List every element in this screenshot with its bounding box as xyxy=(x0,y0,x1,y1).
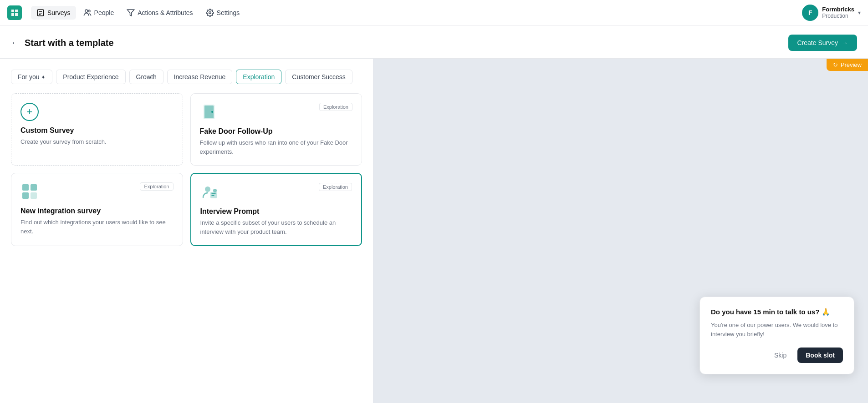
survey-popup: Do you have 15 min to talk to us? 🙏 You'… xyxy=(700,297,854,374)
create-survey-label: Create Survey xyxy=(797,39,838,46)
chevron-down-icon: ▾ xyxy=(858,10,861,16)
integration-title: New integration survey xyxy=(20,207,174,215)
nav-people-label: People xyxy=(94,9,114,16)
svg-rect-14 xyxy=(31,192,37,199)
page-header: ← Start with a template Create Survey → xyxy=(0,25,868,59)
content-area: For you ✦ Product Experience Growth Incr… xyxy=(0,59,373,403)
template-card-custom[interactable]: + Custom Survey Create your survey from … xyxy=(11,93,183,166)
category-tabs: For you ✦ Product Experience Growth Incr… xyxy=(11,70,362,84)
interview-title: Interview Prompt xyxy=(200,207,352,216)
svg-marker-6 xyxy=(128,10,134,16)
preview-label: Preview xyxy=(841,61,862,68)
tab-product-experience[interactable]: Product Experience xyxy=(56,70,125,84)
tab-customer-success[interactable]: Customer Success xyxy=(285,70,352,84)
nav-actions-label: Actions & Attributes xyxy=(138,9,193,16)
fake-door-desc: Follow up with users who ran into one of… xyxy=(200,138,353,156)
svg-rect-11 xyxy=(22,184,29,191)
template-card-integration[interactable]: Exploration New integration survey Find … xyxy=(11,173,183,246)
fake-door-header: Exploration xyxy=(200,103,353,123)
refresh-icon: ↻ xyxy=(833,61,838,68)
custom-survey-title: Custom Survey xyxy=(20,126,174,135)
topnav: Surveys People Actions & Attributes Sett… xyxy=(0,0,868,25)
book-button[interactable]: Book slot xyxy=(797,348,843,363)
interview-icon xyxy=(200,183,219,203)
nav-surveys-label: Surveys xyxy=(47,9,71,16)
topnav-right: F Formbricks Production ▾ xyxy=(802,5,861,21)
avatar-info: Formbricks Production xyxy=(822,6,854,19)
popup-actions: Skip Book slot xyxy=(711,348,843,363)
tab-exploration[interactable]: Exploration xyxy=(236,70,281,84)
template-card-fake-door[interactable]: Exploration Fake Door Follow-Up Follow u… xyxy=(190,93,363,166)
tab-for-you[interactable]: For you ✦ xyxy=(11,70,52,84)
svg-rect-12 xyxy=(31,184,37,191)
nav-settings-label: Settings xyxy=(217,9,240,16)
interview-tag: Exploration xyxy=(319,183,352,191)
user-name: Formbricks xyxy=(822,6,854,13)
back-button[interactable]: ← xyxy=(11,38,19,48)
template-card-interview[interactable]: Exploration Interview Prompt Invite a sp… xyxy=(190,173,363,246)
nav-people[interactable]: People xyxy=(78,6,120,20)
avatar: F xyxy=(802,5,818,21)
tab-growth[interactable]: Growth xyxy=(129,70,163,84)
integration-icon xyxy=(20,182,39,202)
popup-body: You're one of our power users. We would … xyxy=(711,321,843,338)
nav-actions[interactable]: Actions & Attributes xyxy=(121,6,198,20)
integration-tag: Exploration xyxy=(140,182,173,191)
topnav-items: Surveys People Actions & Attributes Sett… xyxy=(31,6,802,20)
tab-increase-revenue[interactable]: Increase Revenue xyxy=(167,70,233,84)
main: For you ✦ Product Experience Growth Incr… xyxy=(0,59,868,403)
integration-desc: Find out which integrations your users w… xyxy=(20,218,174,236)
popup-title: Do you have 15 min to talk to us? 🙏 xyxy=(711,308,843,316)
integration-header: Exploration xyxy=(20,182,174,202)
fake-door-title: Fake Door Follow-Up xyxy=(200,127,353,136)
page-header-left: ← Start with a template xyxy=(11,38,114,48)
fake-door-tag: Exploration xyxy=(319,103,352,111)
app-logo[interactable] xyxy=(7,5,22,20)
arrow-icon: → xyxy=(842,39,848,46)
template-grid: + Custom Survey Create your survey from … xyxy=(11,93,362,246)
custom-survey-desc: Create your survey from scratch. xyxy=(20,137,174,146)
user-env: Production xyxy=(822,13,854,19)
svg-rect-13 xyxy=(22,192,29,199)
page-title: Start with a template xyxy=(25,38,114,48)
interview-desc: Invite a specific subset of your users t… xyxy=(200,218,352,236)
svg-rect-16 xyxy=(210,192,217,198)
preview-banner: ↻ Preview xyxy=(827,59,868,71)
svg-point-15 xyxy=(205,186,210,192)
nav-settings[interactable]: Settings xyxy=(200,6,245,20)
plus-icon: + xyxy=(20,103,39,121)
user-menu[interactable]: F Formbricks Production ▾ xyxy=(802,5,861,21)
create-survey-button[interactable]: Create Survey → xyxy=(788,35,857,51)
svg-point-17 xyxy=(213,189,217,192)
svg-point-5 xyxy=(88,10,90,12)
sparkle-icon: ✦ xyxy=(41,74,46,81)
interview-header: Exploration xyxy=(200,183,352,203)
skip-button[interactable]: Skip xyxy=(768,348,793,363)
nav-surveys[interactable]: Surveys xyxy=(31,6,76,20)
svg-point-7 xyxy=(209,11,211,14)
svg-point-10 xyxy=(211,111,213,113)
fake-door-icon xyxy=(200,103,218,123)
preview-area: ↻ Preview Do you have 15 min to talk to … xyxy=(373,59,868,403)
svg-point-4 xyxy=(85,10,87,12)
